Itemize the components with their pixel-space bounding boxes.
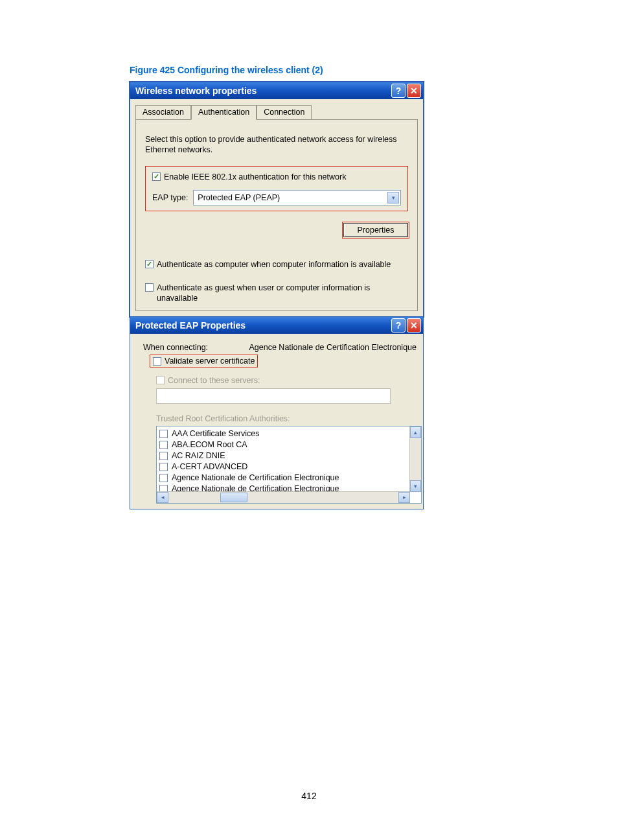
enable-8021x-checkbox[interactable] — [152, 172, 161, 181]
tab-panel-authentication: Select this option to provide authentica… — [135, 119, 418, 311]
protected-eap-window: Protected EAP Properties ? ✕ When connec… — [130, 316, 424, 509]
page-number: 412 — [0, 791, 618, 801]
enable-8021x-label: Enable IEEE 802.1x authentication for th… — [164, 172, 346, 182]
scroll-up-icon[interactable]: ▴ — [410, 426, 421, 438]
scroll-right-icon[interactable]: ▸ — [398, 492, 410, 503]
close-button[interactable]: ✕ — [407, 318, 421, 332]
ca-label: Agence Nationale de Certification Electr… — [172, 472, 339, 484]
highlighted-validate-group: Validate server certificate — [150, 355, 258, 368]
titlebar: Wireless network properties ? ✕ — [130, 82, 423, 99]
ca-label: AAA Certificate Services — [172, 428, 259, 439]
list-item[interactable]: Agence Nationale de Certification Electr… — [159, 472, 418, 484]
ca-checkbox[interactable] — [159, 441, 168, 449]
tab-association[interactable]: Association — [135, 105, 191, 120]
auth-as-guest-checkbox[interactable] — [145, 283, 154, 292]
tab-connection[interactable]: Connection — [257, 105, 312, 120]
highlighted-8021x-group: Enable IEEE 802.1x authentication for th… — [145, 166, 408, 211]
list-item[interactable]: Agence Nationale de Certification Electr… — [159, 484, 418, 491]
eap-type-combo[interactable]: Protected EAP (PEAP) ▾ — [193, 190, 401, 205]
scroll-left-icon[interactable]: ◂ — [157, 492, 168, 503]
close-button[interactable]: ✕ — [407, 84, 421, 98]
ca-label: AC RAIZ DNIE — [172, 450, 225, 461]
help-button[interactable]: ? — [391, 318, 406, 332]
window-title: Protected EAP Properties — [135, 320, 246, 331]
list-item[interactable]: ABA.ECOM Root CA — [159, 439, 418, 450]
trusted-ca-label: Trusted Root Certification Authorities: — [156, 414, 407, 423]
ca-items: AAA Certificate Services ABA.ECOM Root C… — [157, 426, 421, 491]
ca-label: ABA.ECOM Root CA — [172, 439, 247, 450]
auth-description: Select this option to provide authentica… — [145, 134, 408, 156]
tab-strip: Association Authentication Connection — [130, 99, 423, 119]
auth-as-computer-checkbox[interactable] — [145, 260, 154, 268]
tab-authentication[interactable]: Authentication — [191, 105, 257, 120]
ca-label: A-CERT ADVANCED — [172, 461, 247, 472]
eap-type-label: EAP type: — [152, 193, 188, 202]
when-connecting-extra: Agence Nationale de Certification Electr… — [249, 343, 417, 352]
validate-cert-checkbox[interactable] — [153, 357, 161, 366]
when-connecting-label: When connecting: — [143, 343, 208, 352]
validate-cert-label: Validate server certificate — [165, 356, 255, 366]
connect-servers-input[interactable] — [156, 388, 391, 404]
titlebar: Protected EAP Properties ? ✕ — [130, 317, 423, 334]
ca-checkbox[interactable] — [159, 474, 168, 482]
auth-as-computer-label: Authenticate as computer when computer i… — [157, 259, 391, 270]
trusted-ca-listbox[interactable]: AAA Certificate Services ABA.ECOM Root C… — [156, 426, 422, 504]
ca-checkbox[interactable] — [159, 463, 168, 471]
chevron-down-icon: ▾ — [387, 192, 399, 204]
auth-as-guest-label: Authenticate as guest when user or compu… — [157, 283, 408, 304]
properties-button[interactable]: Properties — [343, 223, 408, 237]
list-item[interactable]: A-CERT ADVANCED — [159, 461, 418, 472]
eap-type-value: Protected EAP (PEAP) — [198, 193, 280, 202]
list-item[interactable]: AAA Certificate Services — [159, 428, 418, 439]
scroll-down-icon[interactable]: ▾ — [410, 480, 421, 492]
ca-checkbox[interactable] — [159, 485, 168, 491]
connect-servers-label: Connect to these servers: — [168, 375, 260, 386]
ca-label: Agence Nationale de Certification Electr… — [172, 484, 339, 491]
connect-servers-checkbox[interactable] — [156, 376, 165, 384]
wireless-properties-window: Wireless network properties ? ✕ Associat… — [130, 82, 424, 317]
help-button[interactable]: ? — [391, 84, 406, 98]
horizontal-scrollbar[interactable]: ◂ ▸ — [157, 491, 410, 503]
scroll-thumb[interactable] — [220, 493, 247, 502]
figure-caption: Figure 425 Configuring the wireless clie… — [130, 65, 495, 75]
vertical-scrollbar[interactable]: ▴ ▾ — [409, 426, 421, 492]
ca-checkbox[interactable] — [159, 452, 168, 460]
window-title: Wireless network properties — [135, 86, 257, 96]
list-item[interactable]: AC RAIZ DNIE — [159, 450, 418, 461]
ca-checkbox[interactable] — [159, 430, 168, 438]
